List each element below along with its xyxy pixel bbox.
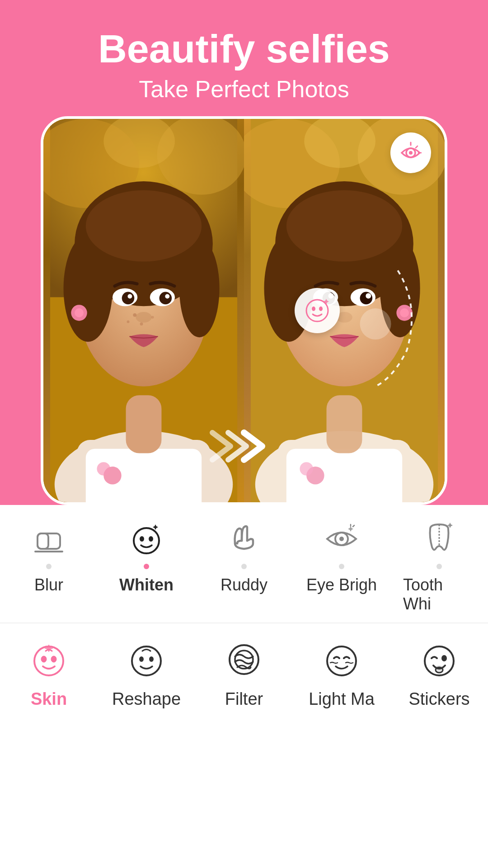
svg-point-49 xyxy=(366,293,371,298)
svg-point-74 xyxy=(41,656,47,662)
svg-point-28 xyxy=(151,316,154,319)
svg-point-37 xyxy=(300,462,313,476)
svg-point-20 xyxy=(128,294,132,298)
tooth-whiten-label: Tooth Whi xyxy=(403,576,475,613)
photo-comparison xyxy=(32,116,456,505)
ruddy-dot xyxy=(241,564,247,569)
feature-blur[interactable]: Blur xyxy=(13,519,85,594)
svg-point-65 xyxy=(134,528,159,553)
photo-frame xyxy=(41,116,447,505)
eye-brighten-icon-wrap xyxy=(321,519,362,559)
svg-point-47 xyxy=(360,292,373,304)
feature-ruddy[interactable]: Ruddy xyxy=(208,519,280,594)
svg-point-14 xyxy=(179,239,220,337)
svg-point-55 xyxy=(312,307,315,311)
svg-rect-10 xyxy=(126,395,162,453)
svg-point-24 xyxy=(75,308,84,317)
app-title: Beautify selfies xyxy=(18,27,470,71)
svg-point-54 xyxy=(306,300,328,321)
svg-point-75 xyxy=(51,656,56,662)
nav-skin[interactable]: Skin xyxy=(8,637,89,709)
svg-rect-63 xyxy=(38,533,48,549)
bottom-section: Blur Whiten xyxy=(0,505,488,868)
nav-stickers[interactable]: Stickers xyxy=(399,637,480,709)
svg-rect-38 xyxy=(327,395,362,453)
eye-brighten-dot xyxy=(339,564,344,569)
ruddy-icon-wrap xyxy=(224,519,264,559)
reshape-label: Reshape xyxy=(112,689,181,709)
light-makeup-label: Light Ma xyxy=(309,689,375,709)
light-makeup-icon-wrap xyxy=(319,637,364,682)
stickers-label: Stickers xyxy=(408,689,469,709)
svg-rect-35 xyxy=(286,448,402,502)
feature-whiten[interactable]: Whiten xyxy=(110,519,183,594)
svg-point-83 xyxy=(441,655,447,661)
whiten-icon-wrap xyxy=(126,519,167,559)
svg-point-81 xyxy=(327,646,356,675)
svg-point-67 xyxy=(149,536,153,542)
svg-point-77 xyxy=(139,656,144,662)
eye-toggle-button[interactable] xyxy=(390,132,431,173)
main-navigation: Skin Reshape xyxy=(0,623,488,727)
reshape-icon-wrap xyxy=(124,637,169,682)
eye-brighten-label: Eye Brigh xyxy=(306,576,377,594)
app-subtitle: Take Perfect Photos xyxy=(18,75,470,103)
nav-light-makeup[interactable]: Light Ma xyxy=(301,637,382,709)
svg-point-56 xyxy=(319,307,323,311)
svg-point-18 xyxy=(122,292,135,304)
feature-eye-brighten[interactable]: Eye Brigh xyxy=(305,519,378,594)
svg-point-66 xyxy=(140,536,144,542)
svg-point-19 xyxy=(160,292,172,304)
svg-point-27 xyxy=(140,322,143,326)
svg-point-9 xyxy=(97,462,110,476)
whiten-label: Whiten xyxy=(119,576,174,594)
skin-label: Skin xyxy=(31,689,67,709)
filter-label: Filter xyxy=(225,689,263,709)
compare-arrows xyxy=(208,428,280,466)
skin-icon-wrap xyxy=(26,637,71,682)
svg-point-15 xyxy=(86,190,202,262)
svg-point-79 xyxy=(230,645,258,674)
blur-dot xyxy=(46,564,52,569)
svg-point-22 xyxy=(136,312,151,323)
svg-point-78 xyxy=(149,656,154,662)
blur-icon-wrap xyxy=(28,519,69,559)
svg-point-25 xyxy=(133,313,136,317)
filter-icon-wrap xyxy=(221,637,267,682)
svg-line-60 xyxy=(416,146,418,148)
svg-point-76 xyxy=(132,646,161,675)
tooth-whiten-dot xyxy=(436,564,442,569)
svg-line-71 xyxy=(353,525,354,527)
app-header: Beautify selfies Take Perfect Photos xyxy=(0,0,488,116)
nav-reshape[interactable]: Reshape xyxy=(106,637,187,709)
whiten-dot xyxy=(144,564,149,569)
svg-point-53 xyxy=(360,308,391,340)
svg-point-52 xyxy=(400,308,409,317)
feature-toolbar: Blur Whiten xyxy=(0,505,488,623)
nav-filter[interactable]: Filter xyxy=(203,637,285,709)
tooth-whiten-icon-wrap xyxy=(419,519,460,559)
stickers-icon-wrap xyxy=(417,637,462,682)
feature-tooth-whiten[interactable]: Tooth Whi xyxy=(403,519,475,613)
svg-point-69 xyxy=(339,537,344,541)
svg-point-26 xyxy=(127,320,130,323)
svg-point-21 xyxy=(165,294,169,298)
svg-point-58 xyxy=(409,151,413,155)
blur-label: Blur xyxy=(34,576,63,594)
svg-rect-7 xyxy=(86,448,202,502)
face-detect-button[interactable] xyxy=(295,288,340,333)
svg-point-43 xyxy=(286,190,402,262)
ruddy-label: Ruddy xyxy=(221,576,267,594)
